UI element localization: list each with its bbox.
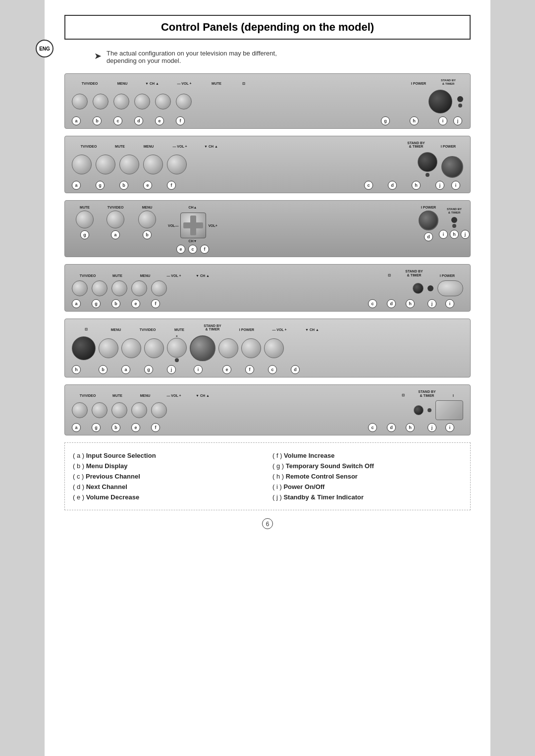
letter4-h: h [406, 299, 415, 308]
control-panel-1: TV/VIDEO MENU ▼ CH ▲ — VOL + MUTE ⊡ I PO… [64, 73, 471, 129]
letter5-c: c [268, 365, 277, 374]
btn3-joystick[interactable] [180, 213, 206, 238]
letter-a-1: a [72, 116, 81, 125]
control-panel-6: TV/VIDEO MUTE MENU — VOL + ▼ CH ▲ ⊡ STAN… [64, 384, 471, 435]
label-tvvideo-1: TV/VIDEO [82, 82, 98, 86]
letter3-f: f [200, 245, 209, 254]
btn-mute-1[interactable] [155, 94, 171, 109]
letter4-b: b [111, 299, 120, 308]
label-power-1: I POWER [411, 82, 426, 86]
btn-ch-1[interactable] [113, 94, 129, 109]
btn5-ch2[interactable] [264, 338, 284, 358]
btn-menu-1[interactable] [93, 94, 108, 109]
btn6-ch[interactable] [151, 402, 167, 418]
btn-power-1[interactable] [428, 90, 452, 113]
btn4-ch[interactable] [151, 280, 167, 296]
btn-tvvideo-1[interactable] [72, 94, 88, 109]
label-sensor-1: ⊡ [242, 82, 245, 86]
label5-power: I POWER [230, 328, 263, 331]
btn6-sensor[interactable] [414, 405, 424, 415]
letter2-j: j [435, 181, 444, 190]
letter6-b: b [111, 423, 120, 432]
btn3-power[interactable] [419, 211, 438, 230]
letter2-g: g [96, 181, 105, 190]
btn5-power[interactable] [190, 335, 215, 361]
label5-menu: MENU [101, 328, 131, 331]
btn5-tvvideo[interactable] [121, 338, 141, 358]
letter4-a: a [72, 299, 81, 308]
label2-mute: MUTE [106, 145, 134, 148]
letter2-a: a [72, 181, 81, 190]
dot5-standby [175, 358, 179, 362]
letter-i-1: i [438, 116, 447, 125]
intro-text: The actual configuration on your televis… [107, 50, 277, 64]
legend-box: ( a ) Input Source Selection ( f ) Volum… [64, 442, 471, 510]
btn4-sensor[interactable] [413, 283, 424, 294]
label4-menu: MENU [131, 274, 159, 277]
letter6-e: e [131, 423, 140, 432]
letter6-f: f [151, 423, 160, 432]
btn5-standby[interactable] [167, 338, 187, 358]
btn2-standby[interactable] [418, 152, 437, 172]
dot2-standby [426, 173, 429, 177]
label3-mute: MUTE [80, 206, 90, 209]
btn6-vol[interactable] [131, 402, 147, 418]
label2-menu: MENU [134, 145, 163, 148]
label5-sensor: ⊡ [72, 327, 101, 331]
letter6-g: g [92, 423, 101, 432]
label6-ch: ▼ CH ▲ [189, 394, 216, 397]
label6-menu: MENU [131, 394, 159, 397]
btn-vol-1[interactable] [134, 94, 150, 109]
btn3-tvvideo[interactable] [107, 211, 124, 228]
btn4-power[interactable] [437, 280, 463, 296]
title-normal: (depending on the model) [238, 21, 374, 33]
btn4-tvvideo[interactable] [72, 280, 88, 296]
label4-mute: MUTE [104, 274, 131, 277]
letter5-e: e [222, 365, 231, 374]
btn5-vol[interactable] [218, 338, 238, 358]
control-panel-3: MUTE g TV/VIDEO a MENU b CH▲ VOL— [64, 200, 471, 257]
btn2-ch[interactable] [167, 155, 187, 174]
label3-tvvideo: TV/VIDEO [107, 206, 124, 209]
label-vol-1: — VOL + [177, 82, 191, 86]
btn6-power-rect[interactable] [435, 400, 463, 420]
btn2-power[interactable] [441, 156, 463, 178]
letter4-j: j [428, 299, 436, 308]
letter3-j: j [461, 230, 470, 239]
btn-sensor-1[interactable] [176, 94, 192, 109]
btn5-sensor[interactable] [72, 336, 96, 360]
letter5-f: f [245, 365, 254, 374]
btn5-ch1[interactable] [241, 338, 261, 358]
btn5-mute[interactable] [144, 338, 164, 358]
btn2-vol[interactable] [143, 155, 163, 174]
letter6-i: i [445, 423, 454, 432]
btn3-menu[interactable] [138, 211, 156, 228]
btn2-menu[interactable] [119, 155, 139, 174]
intro-box: ➤ The actual configuration on your telev… [64, 50, 471, 64]
btn4-vol[interactable] [131, 280, 147, 296]
control-panel-4: TV/VIDEO MUTE MENU — VOL + ▼ CH ▲ ⊡ STAN… [64, 264, 471, 311]
btn4-menu[interactable] [111, 280, 127, 296]
btn2-mute[interactable] [96, 155, 115, 174]
btn4-mute[interactable] [92, 280, 107, 296]
letter3-c: c [188, 245, 197, 254]
label3-power: I POWER [421, 206, 436, 209]
page-title: Control Panels (depending on the model) [64, 15, 471, 40]
letter4-e: e [131, 299, 140, 308]
letter3-b: b [143, 230, 152, 239]
dot6-standby [428, 408, 431, 412]
letter4-c: c [368, 299, 377, 308]
label5-ch: ▼ CH ▲ [296, 328, 328, 331]
btn5-menu[interactable] [99, 338, 118, 358]
letter4-g: g [92, 299, 101, 308]
btn6-mute[interactable] [92, 402, 107, 418]
label3-volminus: VOL— [168, 224, 178, 227]
btn6-menu[interactable] [111, 402, 127, 418]
label5-standby: STAND BY& TIMER [195, 324, 230, 331]
btn2-tvvideo[interactable] [72, 155, 92, 174]
btn6-tvvideo[interactable] [72, 402, 88, 418]
btn3-mute[interactable] [76, 211, 94, 228]
letter5-b: b [99, 365, 107, 374]
letter4-d: d [387, 299, 396, 308]
legend-d: ( d ) Next Channel [73, 483, 263, 490]
